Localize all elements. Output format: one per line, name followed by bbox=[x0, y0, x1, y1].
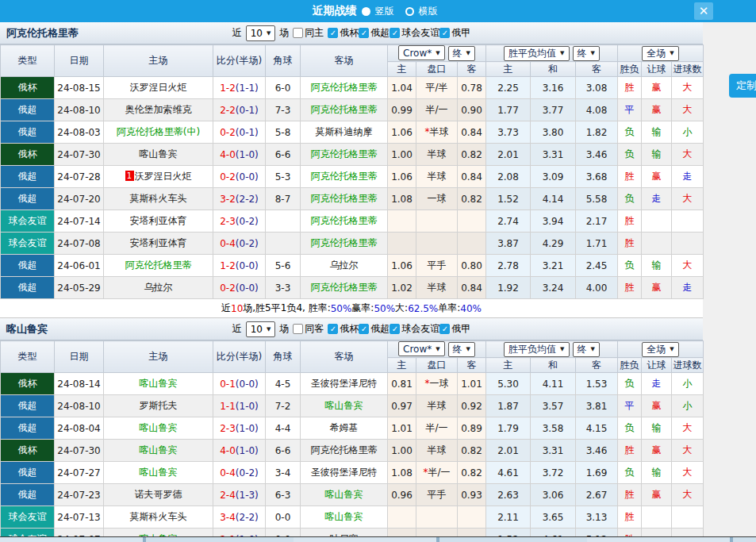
recent-count-select[interactable]: 10▼ bbox=[246, 25, 276, 41]
away-win-odds: 3.46 bbox=[576, 440, 618, 462]
layout-horizontal-label[interactable]: 横版 bbox=[419, 5, 438, 18]
handicap-time-select[interactable]: 终▼ bbox=[448, 46, 475, 61]
league-filter[interactable]: ✓俄杯 bbox=[328, 26, 359, 40]
league-badge: 俄杯 bbox=[1, 77, 55, 99]
league-filter[interactable]: ✓俄杯 bbox=[328, 322, 359, 336]
scope-select[interactable]: 全场▼ bbox=[642, 342, 678, 357]
handicap-line: 一球 bbox=[416, 188, 458, 210]
result-wdl: 负 bbox=[618, 417, 642, 440]
same-venue-checkbox[interactable] bbox=[293, 28, 303, 38]
home-team[interactable]: 奥伦堡加索维克 bbox=[104, 99, 213, 121]
away-team[interactable]: 喀山鲁宾 bbox=[301, 506, 388, 529]
away-team[interactable]: 莫斯科迪纳摩 bbox=[301, 121, 388, 144]
handicap-time-select[interactable]: 终▼ bbox=[448, 342, 475, 357]
background-window-edges bbox=[0, 536, 756, 542]
away-team[interactable]: 希姆基 bbox=[301, 417, 388, 440]
result-wdl: 胜 bbox=[618, 210, 642, 233]
europe-time-select[interactable]: 终▼ bbox=[573, 342, 600, 357]
away-team[interactable]: 阿克伦托格里蒂 bbox=[301, 188, 388, 210]
league-checkbox[interactable]: ✓ bbox=[439, 324, 450, 334]
league-filter[interactable]: ✓球会友谊 bbox=[390, 322, 439, 336]
league-filter[interactable]: ✓俄甲 bbox=[439, 322, 470, 336]
away-team[interactable]: 阿克伦托格里蒂 bbox=[301, 210, 388, 233]
handicap-home-odds: 1.06 bbox=[388, 121, 416, 144]
col-header: 日期 bbox=[55, 341, 104, 373]
away-team[interactable]: 圣彼得堡泽尼特 bbox=[301, 373, 388, 395]
home-team[interactable]: 喀山鲁宾 bbox=[104, 440, 213, 462]
handicap-away-odds bbox=[458, 210, 486, 233]
league-filter[interactable]: ✓俄甲 bbox=[439, 26, 470, 40]
select-value: 胜平负均值 bbox=[508, 47, 556, 60]
home-team[interactable]: 诺夫哥罗德 bbox=[104, 484, 213, 506]
league-filter[interactable]: ✓俄超 bbox=[359, 322, 390, 336]
layout-vertical-radio[interactable] bbox=[362, 7, 370, 16]
match-row: 俄超24-06-01阿克伦托格里蒂1-2(0-0)5-6乌拉尔1.06平手0.8… bbox=[1, 255, 704, 277]
subcol-header: 客 bbox=[458, 62, 486, 77]
league-checkbox[interactable]: ✓ bbox=[390, 28, 400, 38]
home-win-odds: 1.79 bbox=[486, 417, 531, 440]
home-team[interactable]: 喀山鲁宾 bbox=[104, 373, 213, 395]
close-icon[interactable]: ✕ bbox=[694, 2, 713, 20]
away-team[interactable]: 喀山鲁宾 bbox=[301, 395, 388, 417]
league-checkbox[interactable]: ✓ bbox=[328, 324, 338, 334]
result-goals: 小 bbox=[672, 373, 704, 395]
away-team[interactable]: 阿克伦托格里蒂 bbox=[301, 440, 388, 462]
home-team[interactable]: 1沃罗涅日火炬 bbox=[104, 166, 213, 188]
home-team[interactable]: 罗斯托夫 bbox=[104, 395, 213, 417]
home-team[interactable]: 乌拉尔 bbox=[104, 277, 213, 299]
scope-select[interactable]: 全场▼ bbox=[642, 46, 678, 61]
away-team[interactable]: 阿克伦托格里蒂 bbox=[301, 166, 388, 188]
away-team[interactable]: 喀山鲁宾 bbox=[301, 484, 388, 506]
away-team[interactable]: 阿克伦托格里蒂 bbox=[301, 77, 388, 99]
league-checkbox[interactable]: ✓ bbox=[390, 324, 400, 334]
home-team[interactable]: 安塔利亚体育 bbox=[104, 233, 213, 255]
league-checkbox[interactable]: ✓ bbox=[359, 324, 369, 334]
customize-button[interactable]: 定制 bbox=[729, 74, 756, 98]
league-checkbox[interactable]: ✓ bbox=[439, 28, 450, 38]
away-team[interactable]: 阿克伦托格里蒂 bbox=[301, 99, 388, 121]
handicap-home-odds: 1.06 bbox=[388, 255, 416, 277]
layout-vertical-label[interactable]: 竖版 bbox=[375, 5, 394, 18]
away-team[interactable]: 乌拉尔 bbox=[301, 255, 388, 277]
home-team[interactable]: 莫斯科火车头 bbox=[104, 188, 213, 210]
result-wdl: 负 bbox=[618, 144, 642, 166]
home-team[interactable]: 沃罗涅日火炬 bbox=[104, 77, 213, 99]
handicap-line: 半球 bbox=[416, 144, 458, 166]
result-handicap: 输 bbox=[642, 255, 672, 277]
away-team[interactable]: 阿克伦托格里蒂 bbox=[301, 277, 388, 299]
league-filter[interactable]: ✓球会友谊 bbox=[390, 26, 439, 40]
europe-odds-select[interactable]: 胜平负均值▼ bbox=[504, 342, 569, 357]
home-win-odds: 1.92 bbox=[486, 277, 531, 299]
bookmaker-select[interactable]: Crow*▼ bbox=[398, 341, 445, 356]
europe-odds-select[interactable]: 胜平负均值▼ bbox=[504, 46, 569, 61]
home-team[interactable]: 喀山鲁宾 bbox=[104, 462, 213, 484]
same-venue-checkbox[interactable] bbox=[293, 324, 303, 334]
score: 2-3(1-0) bbox=[213, 417, 266, 440]
draw-odds: 3.57 bbox=[531, 395, 576, 417]
recent-count-select[interactable]: 10▼ bbox=[246, 321, 276, 337]
europe-time-select[interactable]: 终▼ bbox=[573, 46, 600, 61]
same-venue-filter[interactable]: 同客 bbox=[293, 322, 324, 336]
home-team[interactable]: 喀山鲁宾 bbox=[104, 417, 213, 440]
subcol-header: 进球数 bbox=[672, 62, 704, 77]
home-team[interactable]: 安塔利亚体育 bbox=[104, 210, 213, 233]
league-filter[interactable]: ✓俄超 bbox=[359, 26, 390, 40]
handicap-home-odds: 1.04 bbox=[388, 77, 416, 99]
away-team[interactable]: 阿克伦托格里蒂 bbox=[301, 144, 388, 166]
home-win-odds: 1.77 bbox=[486, 99, 531, 121]
home-team[interactable]: 喀山鲁宾 bbox=[104, 144, 213, 166]
league-checkbox[interactable]: ✓ bbox=[328, 28, 338, 38]
subcol-header: 盘口 bbox=[416, 62, 458, 77]
league-checkbox[interactable]: ✓ bbox=[359, 28, 369, 38]
bookmaker-select[interactable]: Crow*▼ bbox=[398, 45, 445, 60]
home-team[interactable]: 阿克伦托格里蒂 bbox=[104, 255, 213, 277]
same-venue-filter[interactable]: 同主 bbox=[293, 26, 324, 40]
home-team[interactable]: 莫斯科火车头 bbox=[104, 506, 213, 529]
halftime-score: (1-3) bbox=[236, 490, 259, 501]
away-team[interactable]: 阿克伦托格里蒂 bbox=[301, 233, 388, 255]
handicap-line: 半球 bbox=[416, 166, 458, 188]
corners: 7-2 bbox=[266, 395, 301, 417]
home-team[interactable]: 阿克伦托格里蒂(中) bbox=[104, 121, 213, 144]
away-team[interactable]: 圣彼得堡泽尼特 bbox=[301, 462, 388, 484]
layout-horizontal-radio[interactable] bbox=[405, 7, 414, 16]
